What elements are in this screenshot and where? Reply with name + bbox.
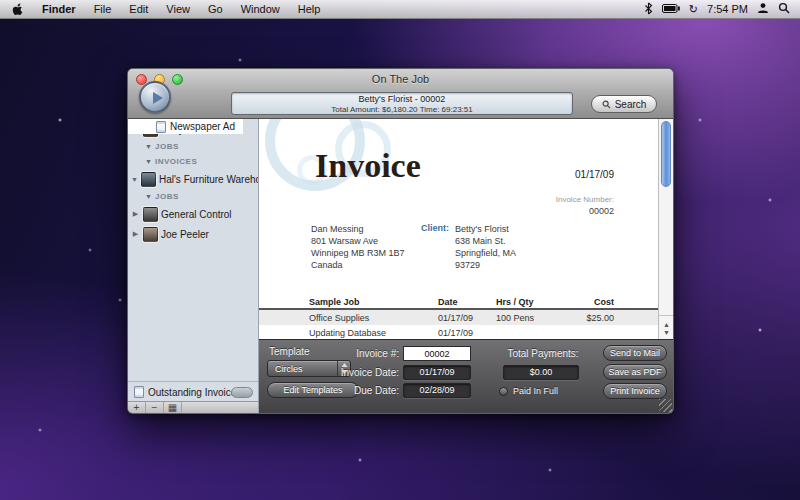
menu-clock[interactable]: 7:54 PM: [707, 3, 748, 15]
resize-grip[interactable]: [659, 399, 672, 412]
main-area: Invoice 01/17/09 Invoice Number: 00002 D…: [259, 119, 673, 413]
menu-item-view[interactable]: View: [157, 3, 199, 15]
scroll-down-icon[interactable]: ▼: [663, 329, 670, 336]
document-icon: [134, 386, 144, 398]
toolbar: Betty's Florist - 00002 Total Amount: $6…: [128, 89, 673, 119]
window-titlebar[interactable]: On The Job: [128, 69, 673, 89]
sender-line: Dan Messing: [311, 223, 405, 235]
sender-line: Canada: [311, 259, 405, 271]
columns-view-button[interactable]: ▦: [164, 402, 182, 414]
sender-address: Dan Messing 801 Warsaw Ave Winnipeg MB R…: [311, 223, 405, 271]
disclosure-icon[interactable]: ▶: [131, 210, 140, 218]
display-totals: Total Amount: $6,180.20 Time: 69:23:51: [232, 105, 572, 114]
client-avatar: [141, 172, 156, 187]
sidebar-item-outstanding-invoices[interactable]: Outstanding Invoices: [128, 383, 258, 401]
status-display: Betty's Florist - 00002 Total Amount: $6…: [231, 92, 573, 115]
col-header-cost: Cost: [562, 297, 614, 307]
invoice-number-field-label: Invoice #:: [319, 348, 399, 359]
sidebar-group-invoices[interactable]: ▼ INVOICES: [128, 154, 258, 169]
print-invoice-button[interactable]: Print Invoice: [603, 383, 667, 399]
zoom-button[interactable]: [172, 74, 183, 85]
total-payments-field[interactable]: $0.00: [503, 365, 579, 380]
scroll-up-icon[interactable]: ▲: [663, 321, 670, 328]
group-label: JOBS: [155, 142, 179, 151]
sidebar-item-client[interactable]: ▶ General Control: [128, 204, 258, 224]
cell-cost: $25.00: [562, 313, 614, 323]
disclosure-icon[interactable]: ▼: [144, 143, 153, 150]
scrollbar-thumb[interactable]: [661, 121, 671, 187]
battery-icon[interactable]: [662, 3, 680, 15]
menu-item-edit[interactable]: Edit: [120, 3, 157, 15]
menu-item-file[interactable]: File: [85, 3, 121, 15]
table-row: Updating Database 01/17/09: [259, 325, 658, 340]
sidebar-group-jobs[interactable]: ▼ JOBS: [128, 189, 258, 204]
menu-item-finder[interactable]: Finder: [33, 3, 85, 15]
menu-item-go[interactable]: Go: [199, 3, 232, 15]
sidebar-divider: [128, 381, 258, 382]
send-to-mail-button[interactable]: Send to Mail: [603, 345, 667, 361]
menu-item-window[interactable]: Window: [232, 3, 289, 15]
sidebar-item-client[interactable]: ▼ Hal's Furniture Warehouse: [128, 169, 258, 189]
sidebar-item-job[interactable]: Newspaper Ad: [128, 119, 243, 134]
group-label: INVOICES: [155, 157, 197, 166]
menu-item-help[interactable]: Help: [289, 3, 330, 15]
desktop: Finder File Edit View Go Window Help ↻ 7…: [0, 0, 800, 500]
template-label: Template: [269, 346, 310, 357]
invoice-number-input[interactable]: [403, 346, 471, 361]
outstanding-toggle[interactable]: [231, 387, 253, 398]
cell-date: 01/17/09: [438, 328, 496, 338]
scrollbar[interactable]: ▲ ▼: [658, 119, 673, 341]
client-name: Joe Peeler: [161, 229, 209, 240]
invoice-title: Invoice: [315, 147, 421, 185]
template-value: Circles: [275, 364, 303, 374]
apple-menu[interactable]: [0, 3, 33, 16]
col-header-qty: Hrs / Qty: [496, 297, 562, 307]
bluetooth-icon[interactable]: [644, 2, 653, 17]
group-label: JOBS: [155, 192, 179, 201]
invoice-control-panel: Template Circles Edit Templates Invoice …: [259, 339, 673, 413]
sender-line: Winnipeg MB R3M 1B7: [311, 247, 405, 259]
sidebar-item-client[interactable]: ▶ Joe Peeler: [128, 224, 258, 244]
table-row: Office Supplies 01/17/09 100 Pens $25.00: [259, 310, 658, 325]
paid-in-full-checkbox[interactable]: [499, 387, 508, 396]
invoice-date-label: Invoice Date:: [309, 367, 399, 378]
outstanding-invoices-label: Outstanding Invoices: [148, 387, 241, 398]
client-name: Hal's Furniture Warehouse: [159, 174, 258, 185]
invoice-date: 01/17/09: [575, 169, 614, 180]
play-icon: [153, 92, 163, 104]
spotlight-icon[interactable]: [778, 2, 790, 16]
sender-line: 801 Warsaw Ave: [311, 235, 405, 247]
invoice-table: Sample Job Date Hrs / Qty Cost Office Su…: [259, 295, 658, 340]
total-payments-label: Total Payments:: [493, 348, 593, 359]
cell-job: Office Supplies: [309, 313, 438, 323]
search-button[interactable]: Search: [591, 95, 657, 113]
sidebar-bottom-bar: + − ▦: [128, 401, 259, 414]
client-name: General Control: [161, 209, 232, 220]
remove-button[interactable]: −: [146, 402, 164, 414]
client-line: Springfield, MA: [455, 247, 516, 259]
add-button[interactable]: +: [128, 402, 146, 414]
invoice-date-field[interactable]: 01/17/09: [403, 365, 471, 380]
user-icon[interactable]: [757, 2, 769, 16]
job-label: Newspaper Ad: [170, 121, 235, 132]
disclosure-icon[interactable]: ▼: [144, 158, 153, 165]
col-header-job: Sample Job: [309, 297, 438, 307]
sync-icon[interactable]: ↻: [689, 3, 698, 16]
search-icon: [602, 100, 611, 109]
client-avatar: [143, 207, 158, 222]
save-as-pdf-button[interactable]: Save as PDF: [603, 364, 667, 380]
cell-date: 01/17/09: [438, 313, 496, 323]
sidebar-group-jobs[interactable]: ▼ JOBS: [128, 139, 258, 154]
display-job-title: Betty's Florist - 00002: [232, 93, 572, 105]
cell-qty: 100 Pens: [496, 313, 562, 323]
document-icon: [156, 121, 166, 133]
app-window: On The Job Betty's Florist - 00002 Total…: [127, 68, 674, 414]
cell-job: Updating Database: [309, 328, 438, 338]
disclosure-icon[interactable]: ▼: [131, 176, 138, 183]
play-button[interactable]: [139, 81, 171, 113]
scrollbar-arrows: ▲ ▼: [659, 315, 674, 341]
client-label: Client:: [421, 223, 449, 233]
due-date-field[interactable]: 02/28/09: [403, 383, 471, 398]
disclosure-icon[interactable]: ▶: [131, 230, 140, 238]
disclosure-icon[interactable]: ▼: [144, 193, 153, 200]
